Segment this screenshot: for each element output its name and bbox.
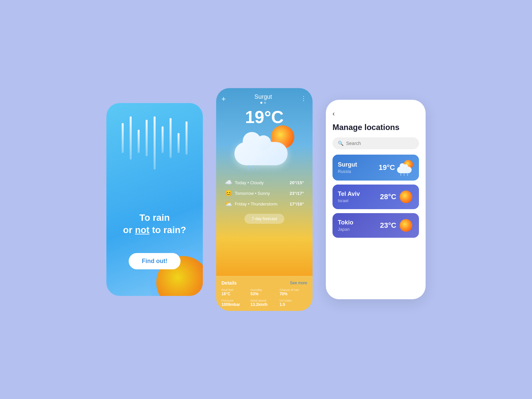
rain-drop-small — [248, 165, 249, 171]
rain-drop — [186, 121, 188, 155]
detail-label: UV index — [280, 299, 307, 302]
cloud-rain — [248, 165, 258, 171]
rain-animation — [106, 116, 203, 209]
detail-label: Pressure — [221, 299, 249, 302]
detail-value: 53% — [250, 292, 278, 296]
location-temperature: 19°C — [379, 163, 395, 172]
location-card-surgut[interactable]: Surgut Russia 19°C — [332, 155, 419, 181]
detail-value: 16°C — [221, 292, 249, 296]
detail-label: Wind speed — [250, 299, 278, 302]
detail-value: 1009mbar — [221, 302, 249, 307]
screen-manage-locations: ‹ Manage locations 🔍 Surgut Russia 19°C — [326, 100, 426, 299]
tagline-text: To rain or not to rain? — [123, 212, 186, 236]
search-input[interactable] — [346, 141, 414, 146]
location-temperature: 28°C — [380, 193, 396, 201]
location-country: Japan — [338, 227, 353, 232]
details-header: Details See more — [221, 280, 307, 286]
location-card-tokio[interactable]: Tokio Japan 23°C — [332, 213, 419, 238]
more-options-icon[interactable]: ⋮ — [301, 95, 307, 102]
detail-label: Real feel — [221, 288, 249, 292]
page-indicator — [260, 102, 266, 104]
forecast-temp-tomorrow: 23°/17° — [290, 191, 304, 196]
current-temperature: 19°C — [245, 107, 284, 127]
forecast-item-today: ☁️ Today • Cloudy 20°/15° — [225, 177, 304, 188]
location-list: Surgut Russia 19°C — [332, 155, 419, 238]
forecast-label-friday: Friday • Thunderstorm — [235, 201, 278, 206]
location-card-tel-aviv[interactable]: Tel Aviv Israel 28°C — [332, 185, 419, 209]
location-city-name: Tokio — [338, 219, 353, 226]
rain-drop — [154, 116, 156, 170]
weather-icon — [231, 125, 298, 172]
location-weather-icon — [398, 189, 414, 204]
rain-tagline: To rain or not to rain? — [123, 212, 186, 236]
location-city-name: Surgut — [338, 161, 357, 168]
location-weather-right: 23°C — [380, 218, 414, 233]
detail-value: 13.2km/h — [250, 302, 278, 307]
forecast-icon-today: ☁️ — [225, 179, 232, 186]
forecast-temp-friday: 17°/10° — [290, 201, 304, 206]
see-more-link[interactable]: See more — [290, 281, 307, 285]
current-city-name: Surgut — [254, 93, 272, 100]
detail-humidity: Humidity 53% — [250, 288, 278, 296]
seven-day-forecast-button[interactable]: 7-day forecast — [244, 214, 284, 224]
detail-value: 1.5 — [280, 302, 307, 307]
location-weather-right: 28°C — [380, 189, 414, 204]
forecast-item-tomorrow: 😊 Tomorrow • Sunny 23°/17° — [225, 188, 304, 199]
detail-label: Chance of rain — [280, 288, 307, 292]
location-weather-icon — [398, 218, 414, 233]
detail-rain-chance: Chance of rain 70% — [280, 288, 307, 296]
forecast-label-today: Today • Cloudy — [235, 180, 264, 185]
detail-wind: Wind speed 13.2km/h — [250, 299, 278, 307]
detail-label: Humidity — [250, 288, 278, 292]
details-grid: Real feel 16°C Humidity 53% Chance of ra… — [221, 288, 307, 307]
rain-drop-small — [252, 165, 254, 171]
location-info-tokio: Tokio Japan — [338, 219, 353, 232]
location-info-tel-aviv: Tel Aviv Israel — [338, 191, 360, 203]
detail-uv: UV index 1.5 — [280, 299, 307, 307]
add-location-icon[interactable]: + — [221, 95, 226, 103]
back-button[interactable]: ‹ — [332, 110, 419, 117]
dot-active — [260, 102, 262, 104]
details-title: Details — [221, 280, 237, 286]
search-icon: 🔍 — [338, 141, 343, 146]
details-panel: Details See more Real feel 16°C Humidity… — [216, 276, 313, 311]
forecast-list: ☁️ Today • Cloudy 20°/15° 😊 Tomorrow • S… — [221, 177, 307, 209]
rain-drop — [146, 120, 148, 156]
forecast-icon-tomorrow: 😊 — [225, 190, 232, 197]
location-weather-right: 19°C — [379, 159, 414, 176]
forecast-label-tomorrow: Tomorrow • Sunny — [235, 191, 270, 196]
location-temperature: 23°C — [380, 221, 396, 230]
location-country: Russia — [338, 169, 357, 174]
rain-drop — [178, 133, 180, 153]
rain-drop — [162, 126, 164, 153]
forecast-temp-today: 20°/15° — [290, 180, 304, 185]
screen-rain: To rain or not to rain? Find out! — [106, 103, 203, 296]
location-city-name: Tel Aviv — [338, 191, 360, 198]
search-container[interactable]: 🔍 — [332, 137, 419, 149]
dot-inactive — [264, 102, 266, 104]
rain-drop-small — [257, 165, 258, 171]
weather-header: + Surgut ⋮ — [221, 95, 307, 104]
cloud-icon — [234, 142, 288, 165]
location-weather-icon — [397, 159, 414, 176]
weather-main-area: + Surgut ⋮ 19°C ☁️ — [216, 88, 313, 276]
forecast-icon-friday: ⛅ — [225, 200, 232, 207]
location-country: Israel — [338, 198, 360, 203]
detail-value: 70% — [280, 292, 307, 296]
rain-drop — [130, 116, 132, 160]
rain-drop — [122, 123, 124, 153]
rain-drop — [138, 130, 140, 153]
rain-drop — [170, 118, 172, 158]
screen-weather: + Surgut ⋮ 19°C ☁️ — [216, 88, 313, 311]
location-info-surgut: Surgut Russia — [338, 161, 357, 174]
detail-pressure: Pressure 1009mbar — [221, 299, 249, 307]
find-out-button[interactable]: Find out! — [129, 253, 181, 269]
manage-locations-title: Manage locations — [332, 123, 419, 132]
forecast-item-friday: ⛅ Friday • Thunderstorm 17°/10° — [225, 199, 304, 209]
detail-real-feel: Real feel 16°C — [221, 288, 249, 296]
